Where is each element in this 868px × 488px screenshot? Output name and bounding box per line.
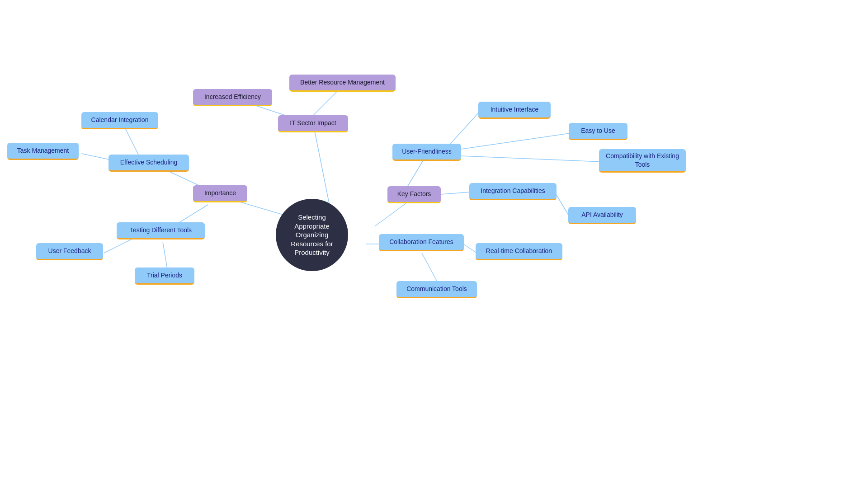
node-better-resource[interactable]: Better Resource Management [289,75,396,92]
node-increased-efficiency[interactable]: Increased Efficiency [193,89,272,106]
svg-line-17 [556,194,570,217]
node-compatibility[interactable]: Compatibility with Existing Tools [599,149,686,173]
node-trial-periods[interactable]: Trial Periods [135,267,194,285]
node-key-factors[interactable]: Key Factors [387,186,441,203]
node-api-availability[interactable]: API Availability [568,207,636,224]
svg-line-15 [461,156,601,162]
node-easy-to-use[interactable]: Easy to Use [569,123,627,140]
node-calendar-integration[interactable]: Calendar Integration [81,112,158,129]
node-user-feedback[interactable]: User Feedback [36,243,103,260]
svg-line-11 [163,242,167,269]
center-node[interactable]: Selecting Appropriate Organizing Resourc… [276,199,348,271]
node-it-sector[interactable]: IT Sector Impact [278,115,348,132]
node-testing-tools[interactable]: Testing Different Tools [117,222,205,239]
node-importance[interactable]: Importance [193,185,247,202]
node-intuitive-interface[interactable]: Intuitive Interface [478,102,551,119]
svg-line-0 [313,124,330,208]
svg-line-13 [448,112,479,147]
svg-line-19 [422,253,438,282]
node-comm-tools[interactable]: Communication Tools [396,281,477,298]
node-effective-scheduling[interactable]: Effective Scheduling [108,155,189,172]
svg-line-16 [441,192,470,194]
node-collab-features[interactable]: Collaboration Features [379,234,464,251]
svg-line-14 [461,133,570,149]
node-integration-capabilities[interactable]: Integration Capabilities [469,183,557,200]
node-user-friendliness[interactable]: User-Friendliness [392,144,461,161]
node-task-management[interactable]: Task Management [7,143,79,160]
node-realtime-collab[interactable]: Real-time Collaboration [476,243,562,260]
svg-line-18 [463,244,477,253]
